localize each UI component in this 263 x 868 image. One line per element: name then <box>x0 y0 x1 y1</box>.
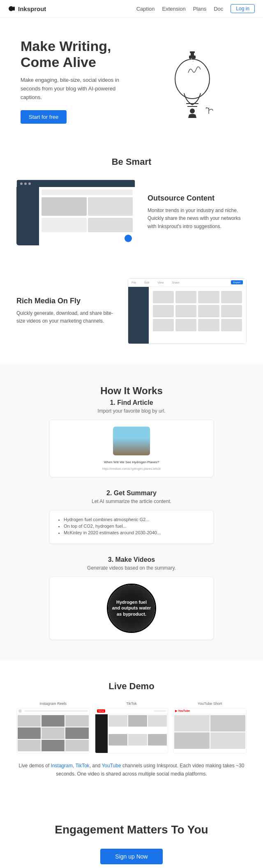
hero-section: Make Writing, Come Alive Make engaging, … <box>0 18 263 136</box>
demo-ig-label: Instagram Reels <box>16 702 90 706</box>
logo-text: Inksprout <box>18 5 46 12</box>
rich-media-row: Rich Media On Fly Quickly generate, down… <box>16 278 247 344</box>
video-line2: and outputs water <box>112 605 151 611</box>
svg-point-2 <box>175 59 210 99</box>
nav-caption[interactable]: Caption <box>136 6 155 12</box>
svg-point-8 <box>191 58 192 60</box>
navbar: Inksprout Caption Extension Plans Doc Lo… <box>0 0 263 18</box>
link-youtube[interactable]: YouTube <box>102 763 121 769</box>
engagement-title: Engagement Matters To You <box>16 823 247 836</box>
rich-media-section: Rich Media On Fly Quickly generate, down… <box>0 266 263 365</box>
svg-point-11 <box>190 108 195 113</box>
demo-instagram: Instagram Reels <box>16 702 90 753</box>
summary-list: Hydrogen fuel combines atmospheric G2...… <box>56 517 207 537</box>
summary-item-3: McKinley in 2020 estimates around 2030-2… <box>64 530 207 535</box>
hero-title: Make Writing, Come Alive <box>21 38 129 70</box>
video-line3: as byproduct. <box>112 611 151 617</box>
rich-media-text: Rich Media On Fly Quickly generate, down… <box>16 297 115 325</box>
demo-yt-mock: ▶ YouTube <box>173 708 247 753</box>
svg-rect-7 <box>190 51 195 53</box>
step2-subtitle: Let AI summarize the article content. <box>49 499 214 504</box>
hero-text: Make Writing, Come Alive Make engaging, … <box>21 38 129 124</box>
step-2: 2. Get Summary Let AI summarize the arti… <box>49 489 214 544</box>
be-smart-title: Be Smart <box>16 157 247 167</box>
step2-card: Hydrogen fuel combines atmospheric G2...… <box>49 510 214 544</box>
demo-ig-mock <box>16 708 90 753</box>
article-title: When Will We See Hydrogen Planes? <box>104 460 159 464</box>
summary-item-2: On top of CO2, hydrogen fuel... <box>64 524 207 529</box>
live-demos-row: Instagram Reels <box>16 702 247 753</box>
how-it-works-steps: 1. Find Article Import your favorite blo… <box>16 399 247 640</box>
hero-subtitle: Make engaging, bite-size, social videos … <box>21 76 119 102</box>
be-smart-section: Be Smart <box>0 136 263 266</box>
live-demo-title: Live Demo <box>16 681 247 692</box>
start-for-free-button[interactable]: Start for free <box>21 110 67 124</box>
outsource-content-title: Outsource Content <box>148 194 247 203</box>
nav-doc[interactable]: Doc <box>214 6 223 12</box>
be-smart-screenshot <box>16 180 135 245</box>
outsource-content-text: Monitor trends in your industry and nich… <box>148 207 247 231</box>
article-image <box>113 427 150 455</box>
engagement-section: Engagement Matters To You Sign up Now <box>0 799 263 868</box>
demo-youtube: YouTube Short ▶ YouTube <box>173 702 247 753</box>
step3-card: Hydrogen fuel and outputs water as bypro… <box>49 577 214 640</box>
article-url: https://medium.com/a-hydrogen-planes-art… <box>102 467 161 470</box>
live-demo-section: Live Demo Instagram Reels <box>0 660 263 799</box>
hero-illustration <box>138 44 247 118</box>
svg-point-9 <box>192 60 194 62</box>
logo-icon <box>8 5 16 12</box>
video-preview-text: Hydrogen fuel and outputs water as bypro… <box>112 599 151 617</box>
rich-media-title: Rich Media On Fly <box>16 297 115 305</box>
video-preview: Hydrogen fuel and outputs water as bypro… <box>107 584 156 633</box>
svg-point-10 <box>192 64 193 65</box>
logo[interactable]: Inksprout <box>8 5 46 12</box>
step2-title: 2. Get Summary <box>49 489 214 497</box>
demo-tt-mock: TikTok <box>95 708 168 753</box>
step-3: 3. Make Videos Generate videos based on … <box>49 556 214 640</box>
step3-title: 3. Make Videos <box>49 556 214 563</box>
step-1: 1. Find Article Import your favorite blo… <box>49 399 214 477</box>
nav-links: Caption Extension Plans Doc Log in <box>136 4 255 13</box>
how-it-works-section: How It Works 1. Find Article Import your… <box>0 365 263 660</box>
step1-title: 1. Find Article <box>49 399 214 406</box>
link-instagram[interactable]: Instagram <box>51 763 73 769</box>
demo-tt-label: TikTok <box>95 702 168 706</box>
step3-subtitle: Generate videos based on the summary. <box>49 565 214 571</box>
login-button[interactable]: Log in <box>231 4 255 13</box>
youtube-logo: ▶ YouTube <box>175 709 190 713</box>
mock-browser <box>16 180 135 245</box>
link-tiktok[interactable]: TikTok <box>75 763 89 769</box>
demo-tiktok: TikTok TikTok <box>95 702 168 753</box>
summary-item-1: Hydrogen fuel combines atmospheric G2... <box>64 517 207 522</box>
live-demo-description: Live demos of Instagram, TikTok, and You… <box>16 762 247 778</box>
how-it-works-title: How It Works <box>16 385 247 397</box>
signup-button[interactable]: Sign up Now <box>100 849 162 864</box>
rich-media-desc: Quickly generate, download, and share bi… <box>16 309 115 325</box>
rich-media-screenshot: File Edit View Share Export <box>128 278 247 344</box>
be-smart-row: Outsource Content Monitor trends in your… <box>16 180 247 245</box>
video-line1: Hydrogen fuel <box>112 599 151 605</box>
nav-plans[interactable]: Plans <box>193 6 207 12</box>
lightbulb-icon <box>159 44 225 118</box>
step1-subtitle: Import your favorite blog by url. <box>49 408 214 414</box>
step1-card: When Will We See Hydrogen Planes? https:… <box>49 420 214 477</box>
be-smart-text: Outsource Content Monitor trends in your… <box>148 194 247 231</box>
svg-point-0 <box>9 6 14 11</box>
demo-yt-label: YouTube Short <box>173 702 247 706</box>
svg-rect-1 <box>13 7 15 11</box>
nav-extension[interactable]: Extension <box>162 6 186 12</box>
